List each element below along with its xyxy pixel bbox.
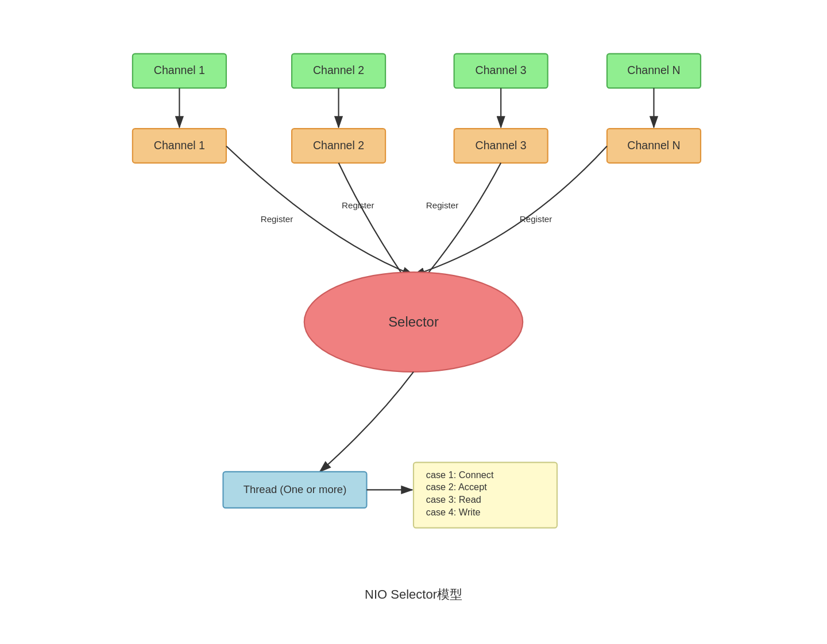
channel1-green-label: Channel 1 — [154, 64, 205, 76]
diagram-caption: NIO Selector模型 — [365, 586, 462, 603]
register-line-ch1 — [226, 146, 413, 275]
register-label-chN: Register — [520, 214, 552, 224]
diagram-svg: Channel 1 Channel 2 Channel 3 Channel N … — [98, 35, 729, 609]
channel2-orange-label: Channel 2 — [313, 139, 364, 152]
register-line-ch3 — [413, 163, 501, 291]
register-line-ch2 — [339, 163, 413, 291]
case2-label: case 2: Accept — [426, 482, 487, 492]
register-label-ch2: Register — [342, 200, 374, 210]
case4-label: case 4: Write — [426, 507, 481, 517]
channelN-orange-label: Channel N — [627, 139, 680, 152]
register-line-chN — [413, 146, 607, 275]
channel3-orange-label: Channel 3 — [476, 139, 527, 152]
thread-label: Thread (One or more) — [244, 483, 347, 495]
channelN-green-label: Channel N — [627, 64, 680, 76]
register-label-ch3: Register — [426, 200, 459, 210]
channel1-orange-label: Channel 1 — [154, 139, 205, 152]
case3-label: case 3: Read — [426, 494, 481, 505]
selector-label: Selector — [388, 314, 439, 329]
channel3-green-label: Channel 3 — [476, 64, 527, 76]
register-label-ch1: Register — [261, 214, 293, 224]
selector-to-thread-line — [320, 372, 413, 472]
case1-label: case 1: Connect — [426, 470, 494, 480]
channel2-green-label: Channel 2 — [313, 64, 364, 76]
diagram-container: Channel 1 Channel 2 Channel 3 Channel N … — [98, 35, 729, 609]
